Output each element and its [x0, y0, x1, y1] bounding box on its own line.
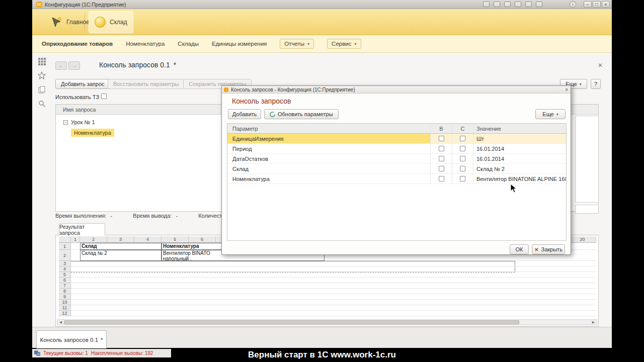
grid-col-header[interactable]: 20	[569, 236, 596, 243]
compare-icon[interactable]	[504, 2, 511, 7]
param-row[interactable]: ЕдиницаИзмеренияШт	[227, 134, 566, 144]
scrollbar-thumb[interactable]	[64, 320, 519, 324]
help-button[interactable]: ?	[591, 79, 601, 89]
grid-col-header[interactable]: 3	[107, 236, 134, 243]
tab-query-console[interactable]: Консоль запросов 0.1 *	[36, 330, 107, 348]
grid-row-header[interactable]: 7	[59, 283, 71, 289]
col-header-s[interactable]: С	[452, 124, 473, 133]
param-checkbox-v[interactable]	[439, 156, 444, 161]
menu-item-goods-receipt[interactable]: Оприходование товаров	[42, 41, 113, 47]
param-row[interactable]: НоменклатураВентилятор BINATONE ALPINE 1…	[227, 174, 566, 184]
param-checkbox-s[interactable]	[460, 146, 465, 151]
grid-cell[interactable]: Склад № 2	[80, 250, 162, 261]
scroll-left-icon[interactable]: ◀	[57, 320, 64, 325]
close-button[interactable]: ×	[602, 1, 610, 8]
grid-col-header[interactable]: 5	[162, 236, 189, 243]
tab-query-result[interactable]: Результат запроса	[59, 223, 105, 235]
param-value-cell[interactable]: 16.01.2014	[473, 154, 566, 163]
grid-row-header[interactable]: 4	[59, 266, 71, 272]
menu-item-nomenclature[interactable]: Номенклатура	[126, 41, 165, 47]
mouse-cursor	[510, 184, 517, 196]
menu-grid-icon[interactable]	[37, 57, 46, 66]
col-header-param[interactable]: Параметр	[227, 124, 431, 133]
scroll-right-icon[interactable]: ▶	[590, 320, 597, 325]
param-name-cell[interactable]: ЕдиницаИзмерения	[227, 134, 431, 143]
calendar-icon[interactable]	[494, 2, 500, 7]
grid-row-header[interactable]: 5	[59, 272, 71, 278]
tree-item-lesson[interactable]: Урок № 1	[71, 119, 95, 125]
grid-col-header[interactable]: 4	[134, 236, 162, 243]
grid-col-header[interactable]: 6	[189, 236, 216, 243]
param-checkbox-v[interactable]	[439, 166, 444, 171]
horizontal-scrollbar[interactable]: ◀ ▶	[57, 319, 597, 325]
ribbon-section-warehouse[interactable]: Склад	[89, 11, 133, 33]
param-value-cell[interactable]: Шт	[473, 134, 566, 143]
grid-row-header[interactable]: 11	[59, 305, 71, 311]
restore-params-button[interactable]: Восстановить параметры	[108, 79, 184, 89]
grid-row-header[interactable]: 2	[59, 250, 71, 261]
param-value-cell[interactable]: 16.01.2014	[473, 144, 566, 153]
grid-row-header[interactable]: 3	[59, 261, 71, 266]
menu-item-units[interactable]: Единицы измерения	[212, 41, 267, 47]
param-checkbox-s[interactable]	[460, 156, 465, 161]
grid-row-header[interactable]: 1	[59, 243, 71, 250]
maximize-button[interactable]: □	[593, 1, 601, 8]
grid-row-header[interactable]: 12	[59, 311, 71, 316]
param-checkbox-s[interactable]	[460, 176, 465, 182]
col-header-value[interactable]: Значение	[473, 124, 566, 133]
menu-dropdown-service[interactable]: Сервис ▾	[327, 39, 361, 49]
grid-corner-cell[interactable]	[59, 236, 71, 243]
grid-cell[interactable]: Склад	[80, 243, 162, 250]
grid-row-header[interactable]: 8	[59, 289, 71, 294]
ribbon-section-main[interactable]: Главное	[44, 11, 96, 33]
param-checkbox-s[interactable]	[460, 136, 465, 141]
param-checkbox-v[interactable]	[439, 176, 444, 182]
history-icon[interactable]	[536, 2, 542, 7]
param-checkbox-cell	[452, 134, 473, 143]
messages-icon[interactable]	[525, 2, 532, 7]
links-icon[interactable]	[515, 2, 521, 7]
search-icon[interactable]	[37, 99, 46, 108]
menu-dropdown-reports[interactable]: Отчеты ▾	[280, 39, 314, 49]
param-checkbox-v[interactable]	[439, 136, 444, 141]
minimize-button[interactable]: −	[584, 1, 592, 8]
param-value-cell[interactable]: Склад № 2	[473, 164, 566, 173]
param-name-cell[interactable]: Период	[227, 144, 431, 153]
ok-button[interactable]: ОК	[510, 244, 529, 254]
param-row[interactable]: Период16.01.2014	[227, 144, 566, 154]
grid-row-header[interactable]: 6	[59, 278, 71, 283]
nav-forward-button[interactable]: →	[68, 61, 80, 70]
dialog-add-button[interactable]: Добавить	[228, 109, 261, 119]
tree-collapse-icon[interactable]: −	[63, 120, 68, 125]
dialog-more-button[interactable]: Еще ▾	[535, 109, 566, 119]
param-value-cell[interactable]: Вентилятор BINATONE ALPINE 160вт, …	[473, 174, 566, 184]
menu-item-warehouses[interactable]: Склады	[178, 41, 199, 47]
info-icon[interactable]: i	[570, 1, 576, 8]
dialog-close-icon[interactable]: ×	[565, 87, 568, 93]
use-tz-checkbox[interactable]	[101, 94, 107, 99]
param-row[interactable]: СкладСклад № 2	[227, 164, 566, 174]
grid-row-line	[71, 311, 596, 316]
favorites-star-icon[interactable]	[37, 71, 46, 80]
dialog-close-button[interactable]: ✕ Закрыть	[532, 244, 565, 254]
param-row[interactable]: ДатаОстатков16.01.2014	[227, 154, 566, 164]
grid-row-header[interactable]: 9	[59, 294, 71, 300]
tree-item-selected[interactable]: Номенклатура	[71, 129, 114, 137]
param-checkbox-v[interactable]	[439, 146, 444, 151]
grid-row-header[interactable]: 10	[59, 300, 71, 305]
recent-documents-icon[interactable]	[37, 85, 46, 94]
page-close-icon[interactable]: ✕	[598, 62, 603, 69]
param-checkbox-s[interactable]	[460, 166, 465, 171]
grid-col-header[interactable]: 2	[80, 236, 107, 243]
param-name-cell[interactable]: ДатаОстатков	[227, 154, 431, 163]
param-name-cell[interactable]: Номенклатура	[227, 174, 431, 184]
refresh-params-button[interactable]: Обновить параметры	[264, 109, 339, 119]
param-name-cell[interactable]: Склад	[227, 164, 431, 173]
nav-back-button[interactable]: ←	[55, 61, 67, 70]
col-header-v[interactable]: В	[431, 124, 452, 133]
calculator-icon[interactable]	[483, 2, 490, 7]
dialog-titlebar[interactable]: Консоль запросов - Конфигурация (1С:Пред…	[222, 86, 571, 94]
grid-col-header[interactable]: 1	[71, 236, 80, 243]
param-checkbox-cell	[431, 154, 452, 163]
add-query-button[interactable]: Добавить запрос	[55, 79, 110, 89]
